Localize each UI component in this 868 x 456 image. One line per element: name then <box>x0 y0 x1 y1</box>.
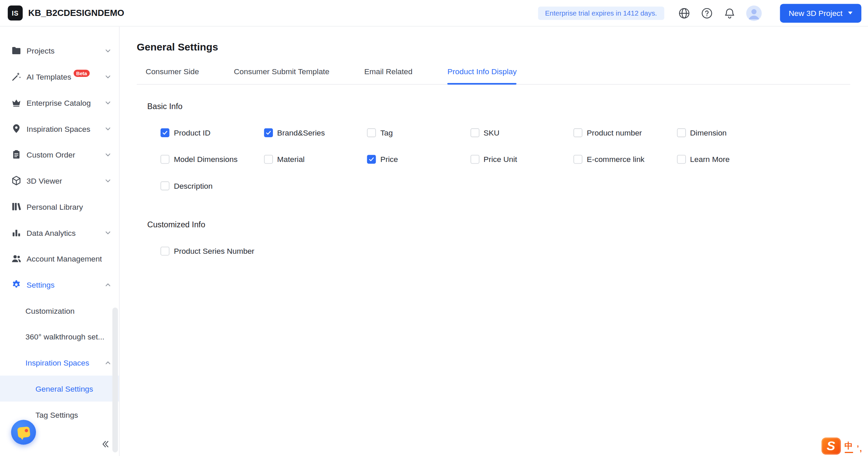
users-icon <box>11 253 22 264</box>
checkbox-unchecked[interactable] <box>264 155 273 164</box>
section-customized-info: Customized InfoProduct Series Number <box>137 219 850 265</box>
option-e-commerce-link[interactable]: E-commerce link <box>573 146 676 172</box>
user-avatar[interactable] <box>746 5 762 21</box>
sidebar-item-label: Custom Order <box>26 150 75 159</box>
checkbox-unchecked[interactable] <box>470 155 479 164</box>
option-material[interactable]: Material <box>264 146 367 172</box>
section-title: Customized Info <box>147 219 850 230</box>
sidebar: ProjectsAI TemplatesBetaEnterprise Catal… <box>0 26 120 456</box>
option-description[interactable]: Description <box>160 172 263 199</box>
header-actions: Enterprise trial expires in 1412 days. N… <box>538 4 861 23</box>
sogou-ime-watermark: S 中 ’, <box>821 437 862 455</box>
tab-product-info-display[interactable]: Product Info Display <box>447 67 517 84</box>
clipboard-icon <box>11 149 22 160</box>
cube-icon <box>11 175 22 186</box>
sections-container: Basic InfoProduct IDBrand&SeriesTagSKUPr… <box>137 101 850 264</box>
sidebar-item-360-walkthrough-set[interactable]: 360° walkthrough set... <box>0 324 119 350</box>
tab-email-related[interactable]: Email Related <box>364 67 412 84</box>
checkbox-unchecked[interactable] <box>470 128 479 137</box>
checkbox-unchecked[interactable] <box>573 155 582 164</box>
ime-punctuation-indicator: ’, <box>857 443 863 453</box>
chevron-down-icon <box>105 47 112 54</box>
pin-icon <box>11 123 22 134</box>
chevron-down-icon <box>105 177 112 184</box>
bar-chart-icon <box>11 227 22 238</box>
trial-expiry-badge: Enterprise trial expires in 1412 days. <box>538 6 664 20</box>
sidebar-item-settings[interactable]: Settings <box>0 272 119 298</box>
collapse-sidebar-icon[interactable] <box>100 439 110 449</box>
sidebar-item-customization[interactable]: Customization <box>0 297 119 324</box>
new-3d-project-button[interactable]: New 3D Project <box>780 4 861 23</box>
checkbox-label: Price <box>380 155 398 164</box>
globe-icon[interactable] <box>678 7 690 19</box>
option-product-series-number[interactable]: Product Series Number <box>160 238 263 264</box>
crown-icon <box>11 97 22 108</box>
sidebar-item-personal-library[interactable]: Personal Library <box>0 193 119 220</box>
beta-badge: Beta <box>74 70 90 77</box>
option-learn-more[interactable]: Learn More <box>677 146 780 172</box>
checkbox-unchecked[interactable] <box>573 128 582 137</box>
checkbox-grid: Product IDBrand&SeriesTagSKUProduct numb… <box>160 120 850 199</box>
checkbox-label: Brand&Series <box>277 128 325 137</box>
sidebar-item-projects[interactable]: Projects <box>0 38 119 64</box>
chevron-up-icon <box>105 281 112 288</box>
option-price[interactable]: Price <box>367 146 470 172</box>
sidebar-item-label: General Settings <box>35 384 93 393</box>
chevron-down-icon <box>848 12 852 14</box>
ime-chinese-mode-indicator: 中 <box>845 441 853 453</box>
folder-icon <box>11 45 22 56</box>
option-dimension[interactable]: Dimension <box>677 120 780 146</box>
option-model-dimensions[interactable]: Model Dimensions <box>160 146 263 172</box>
sidebar-item-label: Settings <box>26 280 55 289</box>
tab-consumer-side[interactable]: Consumer Side <box>145 67 199 84</box>
new-3d-project-label: New 3D Project <box>789 8 843 17</box>
checkbox-unchecked[interactable] <box>160 155 169 164</box>
sidebar-item-general-settings[interactable]: General Settings <box>0 376 119 402</box>
checkbox-unchecked[interactable] <box>160 182 169 190</box>
option-brand-series[interactable]: Brand&Series <box>264 120 367 146</box>
chevron-down-icon <box>105 99 112 106</box>
option-price-unit[interactable]: Price Unit <box>470 146 573 172</box>
sidebar-item-label: Inspiration Spaces <box>25 358 89 367</box>
checkbox-grid: Product Series Number <box>160 238 850 264</box>
checkbox-checked[interactable] <box>160 128 169 137</box>
option-product-number[interactable]: Product number <box>573 120 676 146</box>
sidebar-item-ai-templates[interactable]: AI TemplatesBeta <box>0 64 119 90</box>
checkbox-unchecked[interactable] <box>367 128 376 137</box>
sidebar-item-3d-viewer[interactable]: 3D Viewer <box>0 168 119 194</box>
sidebar-item-enterprise-catalog[interactable]: Enterprise Catalog <box>0 89 119 116</box>
library-icon <box>11 201 22 212</box>
sidebar-item-inspiration-spaces[interactable]: Inspiration Spaces <box>0 350 119 376</box>
sidebar-item-label: Inspiration Spaces <box>26 124 90 133</box>
sidebar-item-account-management[interactable]: Account Management <box>0 246 119 272</box>
chevron-up-icon <box>105 359 112 366</box>
option-sku[interactable]: SKU <box>470 120 573 146</box>
option-tag[interactable]: Tag <box>367 120 470 146</box>
sidebar-scrollbar[interactable] <box>112 308 118 453</box>
sidebar-item-label: 3D Viewer <box>26 176 62 185</box>
sidebar-item-data-analytics[interactable]: Data Analytics <box>0 220 119 246</box>
sidebar-item-label: Account Management <box>26 254 102 263</box>
checkbox-unchecked[interactable] <box>677 155 686 164</box>
gear-icon <box>11 279 22 290</box>
checkbox-checked[interactable] <box>264 128 273 137</box>
sidebar-item-custom-order[interactable]: Custom Order <box>0 142 119 168</box>
option-product-id[interactable]: Product ID <box>160 120 263 146</box>
help-icon[interactable] <box>701 7 713 19</box>
chat-widget-button[interactable] <box>11 420 36 444</box>
sidebar-item-label: Projects <box>26 46 55 55</box>
checkbox-label: Learn More <box>690 155 730 164</box>
tab-bar: Consumer SideConsumer Submit TemplateEma… <box>137 67 850 85</box>
sidebar-item-inspiration-spaces[interactable]: Inspiration Spaces <box>0 116 119 142</box>
checkbox-label: Product ID <box>174 128 211 137</box>
checkbox-checked[interactable] <box>367 155 376 164</box>
page-title: General Settings <box>137 41 850 53</box>
checkbox-label: Product number <box>587 128 642 137</box>
bell-icon[interactable] <box>723 7 735 19</box>
tab-consumer-submit-template[interactable]: Consumer Submit Template <box>234 67 330 84</box>
checkbox-label: E-commerce link <box>587 155 645 164</box>
checkbox-unchecked[interactable] <box>160 247 169 255</box>
checkbox-unchecked[interactable] <box>677 128 686 137</box>
main-content: General Settings Consumer SideConsumer S… <box>120 26 868 456</box>
checkbox-label: Model Dimensions <box>174 155 238 164</box>
